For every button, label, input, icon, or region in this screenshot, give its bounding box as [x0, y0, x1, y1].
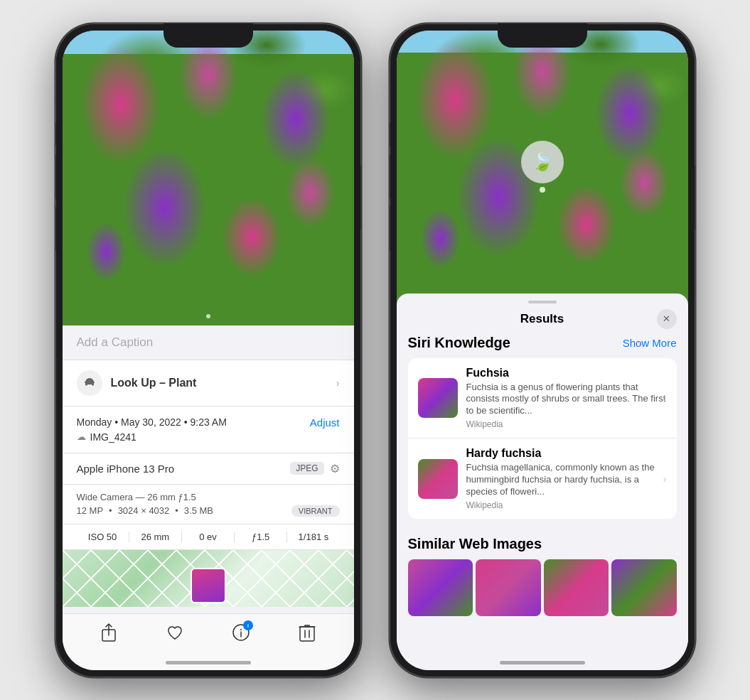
separator1: • — [109, 505, 112, 516]
siri-indicator-dot — [540, 187, 545, 193]
hardy-fuchsia-source: Wikipedia — [466, 500, 667, 510]
web-images-section: Similar Web Images — [397, 527, 688, 622]
svg-point-2 — [240, 629, 242, 630]
show-more-button[interactable]: Show More — [623, 337, 677, 349]
left-phone-screen: Add a Caption Look Up – Plant › Monday •… — [63, 31, 354, 670]
web-image-2[interactable] — [476, 559, 541, 616]
siri-item-hardy-fuchsia[interactable]: Hardy fuchsia Fuchsia magellanica, commo… — [408, 438, 677, 519]
leaf-icon: 🍃 — [532, 152, 553, 172]
vibrant-badge: VIBRANT — [291, 505, 340, 517]
home-indicator — [166, 661, 251, 664]
separator2: • — [175, 505, 178, 516]
hardy-fuchsia-description: Fuchsia magellanica, commonly known as t… — [466, 462, 667, 498]
date-row: Monday • May 30, 2022 • 9:23 AM Adjust — [77, 416, 340, 429]
lookup-label-plain: Plant — [166, 377, 197, 389]
right-power-button — [695, 166, 695, 230]
device-badges: JPEG ⚙ — [290, 462, 339, 475]
volume-down-button — [55, 207, 56, 251]
web-image-1[interactable] — [408, 559, 473, 616]
power-button — [360, 166, 361, 230]
caption-placeholder: Add a Caption — [77, 335, 154, 349]
resolution: 3024 × 4032 — [118, 505, 170, 516]
left-phone: Add a Caption Look Up – Plant › Monday •… — [55, 23, 361, 677]
photo-date: Monday • May 30, 2022 • 9:23 AM — [77, 416, 227, 428]
share-button[interactable] — [100, 623, 117, 647]
map-thumbnail — [191, 568, 226, 603]
fuchsia-content: Fuchsia Fuchsia is a genus of flowering … — [466, 367, 667, 430]
siri-section-header: Siri Knowledge Show More — [408, 335, 677, 351]
device-row: Apple iPhone 13 Pro JPEG ⚙ — [63, 453, 354, 485]
siri-visual-lookup-button[interactable]: 🍃 — [521, 141, 564, 183]
device-name: Apple iPhone 13 Pro — [77, 463, 175, 475]
phones-container: Add a Caption Look Up – Plant › Monday •… — [55, 23, 695, 677]
right-home-indicator — [500, 661, 585, 664]
close-button[interactable]: ✕ — [657, 309, 677, 329]
results-panel: Results ✕ Siri Knowledge Show More — [397, 294, 688, 670]
flower-background — [63, 31, 354, 325]
caption-input[interactable]: Add a Caption — [63, 325, 354, 360]
right-photo-area: 🍃 — [397, 31, 688, 308]
info-button[interactable]: i — [232, 623, 250, 646]
photo-indicator-dot — [206, 314, 210, 318]
photo-area — [63, 31, 354, 325]
right-volume-down — [390, 207, 390, 251]
right-mute-button — [390, 123, 390, 146]
focal-length: 26 mm — [129, 532, 182, 542]
fuchsia-description: Fuchsia is a genus of flowering plants t… — [466, 382, 667, 418]
right-volume-up — [390, 155, 390, 199]
iso-value: ISO 50 — [77, 532, 129, 542]
lookup-icon — [77, 370, 102, 396]
web-image-3[interactable] — [544, 559, 609, 616]
delete-button[interactable] — [299, 623, 316, 647]
photo-info-section: Monday • May 30, 2022 • 9:23 AM Adjust ☁… — [63, 406, 354, 453]
hardy-fuchsia-content: Hardy fuchsia Fuchsia magellanica, commo… — [466, 447, 667, 510]
info-badge: i — [243, 620, 253, 630]
siri-item-fuchsia[interactable]: Fuchsia Fuchsia is a genus of flowering … — [408, 358, 677, 439]
web-images-title: Similar Web Images — [408, 536, 677, 552]
ev-value: 0 ev — [182, 532, 235, 542]
hardy-fuchsia-chevron-icon: › — [663, 473, 667, 485]
map-section[interactable] — [63, 550, 354, 607]
mute-button — [55, 123, 56, 146]
lens-info: Wide Camera — 26 mm ƒ1.5 — [77, 492, 340, 502]
fuchsia-title: Fuchsia — [466, 367, 667, 379]
right-phone-screen: 🍃 Results ✕ Siri Knowledge Show More — [397, 31, 688, 670]
lookup-row[interactable]: Look Up – Plant › — [63, 360, 354, 406]
lookup-label-bold: Look Up – — [111, 377, 166, 389]
lookup-text: Look Up – Plant — [111, 377, 197, 389]
file-info: 12 MP • 3024 × 4032 • 3.5 MB VIBRANT — [77, 505, 340, 517]
fuchsia-source: Wikipedia — [466, 419, 667, 429]
hardy-fuchsia-thumbnail — [418, 459, 458, 499]
adjust-button[interactable]: Adjust — [310, 416, 340, 429]
web-image-4[interactable] — [611, 559, 677, 616]
results-header: Results ✕ — [397, 308, 688, 335]
hardy-fuchsia-title: Hardy fuchsia — [466, 447, 667, 460]
fuchsia-thumbnail — [418, 378, 458, 418]
results-title: Results — [520, 312, 564, 326]
filename-row: ☁ IMG_4241 — [77, 431, 340, 443]
exif-row: ISO 50 26 mm 0 ev ƒ1.5 1/181 s — [63, 524, 354, 550]
megapixels: 12 MP — [77, 505, 104, 516]
siri-knowledge-card: Fuchsia Fuchsia is a genus of flowering … — [408, 358, 677, 519]
gear-icon: ⚙ — [330, 462, 340, 475]
svg-text:i: i — [247, 623, 249, 628]
svg-rect-6 — [300, 627, 314, 641]
panel-handle — [528, 301, 557, 303]
format-badge: JPEG — [290, 462, 323, 475]
right-phone: 🍃 Results ✕ Siri Knowledge Show More — [390, 23, 695, 677]
aperture: ƒ1.5 — [235, 532, 287, 542]
volume-up-button — [55, 155, 56, 199]
fuchsia-chevron-icon: › — [663, 392, 667, 404]
camera-specs: Wide Camera — 26 mm ƒ1.5 12 MP • 3024 × … — [63, 485, 354, 524]
filename: IMG_4241 — [90, 431, 136, 443]
siri-knowledge-title: Siri Knowledge — [408, 335, 510, 351]
cloud-icon: ☁ — [77, 431, 86, 442]
web-images-row — [408, 559, 677, 616]
file-size: 3.5 MB — [184, 505, 213, 516]
favorite-button[interactable] — [166, 623, 184, 646]
siri-knowledge-section: Siri Knowledge Show More Fuchsia Fuchsia… — [397, 335, 688, 527]
shutter-speed: 1/181 s — [287, 532, 339, 542]
lookup-chevron-icon: › — [336, 377, 340, 389]
